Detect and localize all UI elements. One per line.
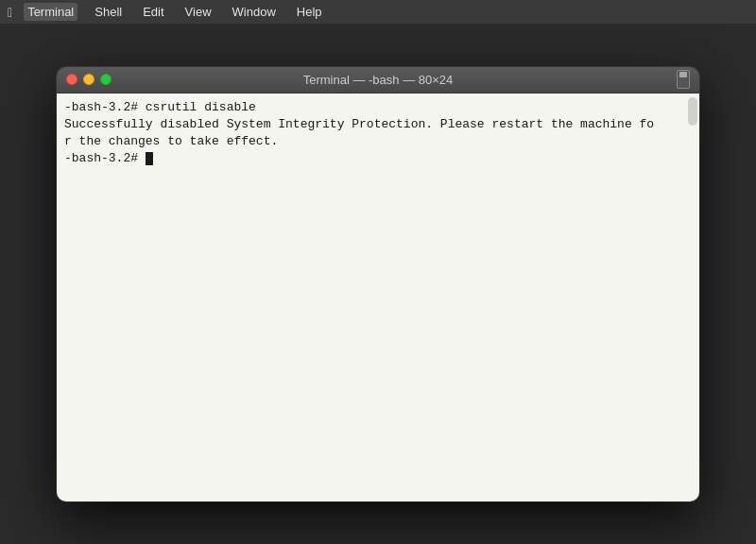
- menu-terminal[interactable]: Terminal: [24, 3, 77, 21]
- traffic-lights: [66, 74, 112, 85]
- scroll-thumb: [679, 72, 687, 77]
- menu-window[interactable]: Window: [229, 3, 280, 21]
- scroll-handle[interactable]: [688, 97, 697, 126]
- apple-menu[interactable]: : [8, 5, 12, 20]
- minimize-button[interactable]: [83, 74, 94, 85]
- menu-help[interactable]: Help: [293, 3, 326, 21]
- terminal-line-2: Successfully disabled System Integrity P…: [64, 116, 692, 133]
- close-button[interactable]: [66, 74, 77, 85]
- scrollbar-icon: [677, 70, 690, 89]
- terminal-line-3: r the changes to take effect.: [64, 133, 692, 150]
- terminal-line-4: -bash-3.2#: [64, 150, 692, 167]
- scroll-indicator: [677, 70, 690, 89]
- window-title: Terminal — -bash — 80×24: [303, 73, 454, 87]
- terminal-line-1: -bash-3.2# csrutil disable: [64, 99, 692, 116]
- terminal-content[interactable]: -bash-3.2# csrutil disable Successfully …: [57, 94, 699, 502]
- menu-shell[interactable]: Shell: [91, 3, 126, 21]
- menu-bar:  Terminal Shell Edit View Window Help: [0, 0, 756, 24]
- menu-view[interactable]: View: [181, 3, 215, 21]
- terminal-window: Terminal — -bash — 80×24 -bash-3.2# csru…: [57, 67, 699, 502]
- title-bar: Terminal — -bash — 80×24: [57, 67, 699, 94]
- menu-edit[interactable]: Edit: [139, 3, 167, 21]
- cursor: [146, 152, 153, 165]
- maximize-button[interactable]: [100, 74, 112, 85]
- desktop: Terminal — -bash — 80×24 -bash-3.2# csru…: [0, 24, 756, 544]
